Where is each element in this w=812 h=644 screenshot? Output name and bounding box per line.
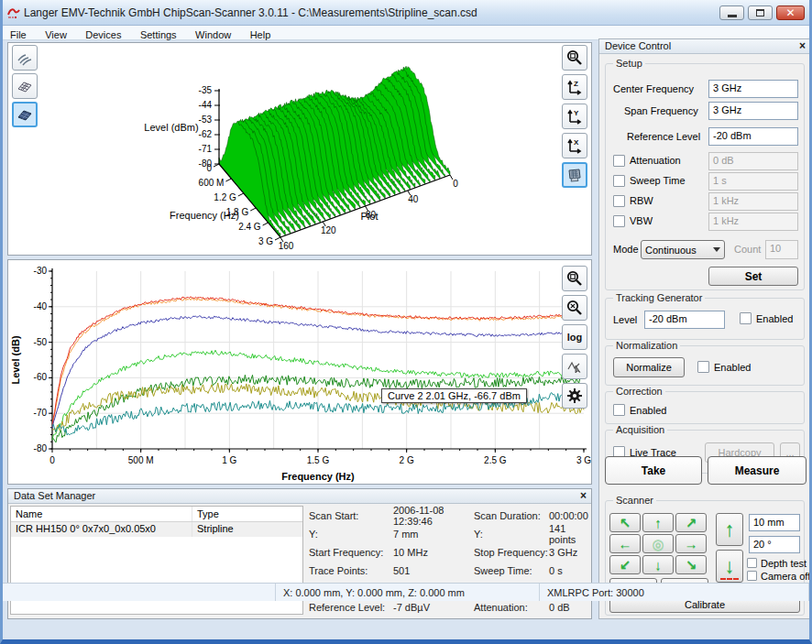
set-button[interactable]: Set xyxy=(708,267,798,286)
device-control-close-icon[interactable]: × xyxy=(799,39,806,52)
table-header: Name Type xyxy=(11,507,302,522)
arrow-down-left-icon: ↙ xyxy=(620,558,631,572)
count-label: Count xyxy=(734,244,761,255)
svg-text:Y: Y xyxy=(574,109,579,117)
view-along-y-button[interactable]: Y xyxy=(562,104,587,129)
menu-devices[interactable]: Devices xyxy=(78,28,128,41)
axis-z-icon: Z xyxy=(565,78,584,96)
dataset-type: Stripline xyxy=(192,522,238,537)
marker-pick-button[interactable] xyxy=(562,354,587,379)
plot2d-canvas[interactable]: 0500 M1 G1.5 G2 G2.5 G3 G-30-40-50-60-70… xyxy=(8,260,591,484)
svg-text:3 G: 3 G xyxy=(576,455,591,465)
surface-wireframe-button[interactable] xyxy=(12,73,38,99)
curve-tooltip: Curve 2 2.01 GHz, -66.7 dBm xyxy=(381,388,527,403)
zoom-3d-button[interactable] xyxy=(562,45,587,71)
tracking-generator-legend: Tracking Generator xyxy=(613,292,705,303)
info-label: Trace Points: xyxy=(309,565,393,576)
info-value: 501 xyxy=(393,565,474,576)
svg-text:Plot: Plot xyxy=(361,211,379,222)
info-value: 0 s xyxy=(549,565,589,576)
z-down-arrow-icon: ↓ xyxy=(725,556,735,576)
column-name[interactable]: Name xyxy=(11,507,192,521)
scanner-move-up-button[interactable]: ↑ xyxy=(642,513,674,532)
rbw-checkbox[interactable] xyxy=(613,195,625,207)
dsm-title-bar: Data Set Manager × xyxy=(8,489,591,504)
svg-text:-40: -40 xyxy=(34,301,48,311)
span-frequency-input[interactable]: 3 GHz xyxy=(708,102,798,120)
sweep-time-checkbox[interactable] xyxy=(613,175,625,187)
zoom-reset-button[interactable] xyxy=(562,295,587,321)
scanner-z-down-button[interactable]: ↓ xyxy=(716,550,743,583)
measure-button[interactable]: Measure xyxy=(708,456,807,485)
scanner-home-button[interactable]: ◎ xyxy=(642,534,674,553)
dsm-close-icon[interactable]: × xyxy=(580,489,587,502)
step-size-input[interactable]: 10 mm xyxy=(749,514,800,531)
take-button[interactable]: Take xyxy=(605,456,702,485)
depth-test-checkbox[interactable] xyxy=(747,558,757,568)
mode-select[interactable]: Continuous xyxy=(641,240,725,259)
menu-help[interactable]: Help xyxy=(243,28,279,41)
scanner-move-up-left-button[interactable]: ↖ xyxy=(609,513,641,532)
attenuation-checkbox[interactable] xyxy=(613,155,625,167)
restore-icon xyxy=(756,9,764,16)
plot3d-canvas[interactable]: -35-44-53-62-71-80Level (dBm)0600 M1.2 G… xyxy=(8,43,591,255)
tg-level-input[interactable]: -20 dBm xyxy=(644,311,725,329)
surface-lines-button[interactable] xyxy=(12,45,38,71)
scanner-move-down-right-button[interactable]: ↘ xyxy=(675,555,707,574)
scanner-z-up-button[interactable]: ↑ xyxy=(716,513,743,546)
log-scale-button[interactable]: log xyxy=(562,324,587,350)
svg-text:3 G: 3 G xyxy=(258,236,273,246)
close-icon: ✕ xyxy=(785,6,795,19)
app-window: Langer EMV-Technik GmbH ChipScan-Scanner… xyxy=(0,0,812,644)
svg-text:-71: -71 xyxy=(199,144,213,154)
svg-text:1 G: 1 G xyxy=(222,455,236,465)
normalization-enabled-checkbox[interactable] xyxy=(697,361,709,373)
reference-level-input[interactable]: -20 dBm xyxy=(708,127,798,146)
home-target-icon: ◎ xyxy=(652,537,664,551)
menu-file[interactable]: File xyxy=(3,28,34,41)
svg-text:Level (dB): Level (dB) xyxy=(10,335,21,385)
camera-off-checkbox[interactable] xyxy=(747,571,757,581)
menu-view[interactable]: View xyxy=(38,28,74,41)
tg-enabled-label: Enabled xyxy=(756,313,793,324)
title-bar[interactable]: Langer EMV-Technik GmbH ChipScan-Scanner… xyxy=(0,0,812,26)
tg-level-label: Level xyxy=(613,314,637,325)
view-along-x-button[interactable]: X xyxy=(562,133,587,158)
settings-button[interactable] xyxy=(562,383,587,409)
scanner-move-right-button[interactable]: → xyxy=(675,534,707,553)
svg-text:Frequency (Hz): Frequency (Hz) xyxy=(281,471,355,482)
svg-text:-70: -70 xyxy=(34,408,48,418)
view-3d-button[interactable] xyxy=(562,162,587,188)
table-row[interactable]: ICR HH150 0° 0x7x0_0x0.05x0 Stripline xyxy=(11,522,302,537)
svg-text:120: 120 xyxy=(321,225,336,235)
magnifier-box-icon xyxy=(565,269,584,288)
center-frequency-input[interactable]: 3 GHz xyxy=(708,80,798,98)
scanner-move-left-button[interactable]: ← xyxy=(609,534,641,553)
svg-text:0: 0 xyxy=(49,455,55,465)
minimize-button[interactable] xyxy=(719,5,744,20)
scanner-move-up-right-button[interactable]: ↗ xyxy=(675,513,707,532)
info-label: Reference Level: xyxy=(309,602,393,613)
vbw-checkbox[interactable] xyxy=(613,215,625,227)
surface-solid-button[interactable] xyxy=(12,102,38,127)
svg-text:600 M: 600 M xyxy=(199,178,225,188)
restore-button[interactable] xyxy=(748,5,773,20)
attenuation-input: 0 dB xyxy=(708,152,798,170)
info-label: Attenuation: xyxy=(474,602,549,613)
close-button[interactable]: ✕ xyxy=(776,5,805,20)
menu-settings[interactable]: Settings xyxy=(133,28,184,41)
scanner-move-down-left-button[interactable]: ↙ xyxy=(609,555,641,574)
column-type[interactable]: Type xyxy=(192,507,224,521)
angle-step-input[interactable]: 20 ° xyxy=(749,536,800,553)
correction-enabled-checkbox[interactable] xyxy=(613,404,625,416)
normalize-button[interactable]: Normalize xyxy=(613,357,685,377)
scanner-move-down-button[interactable]: ↓ xyxy=(642,555,674,574)
svg-text:Level (dBm): Level (dBm) xyxy=(144,122,198,133)
zoom-box-button[interactable] xyxy=(562,266,587,291)
tg-enabled-checkbox[interactable] xyxy=(740,312,752,324)
info-label: Y: xyxy=(474,529,549,540)
info-label: Start Frequency: xyxy=(309,547,393,558)
menu-window[interactable]: Window xyxy=(188,28,238,41)
correction-enabled-label: Enabled xyxy=(630,405,666,416)
view-along-z-button[interactable]: Z xyxy=(562,74,587,100)
